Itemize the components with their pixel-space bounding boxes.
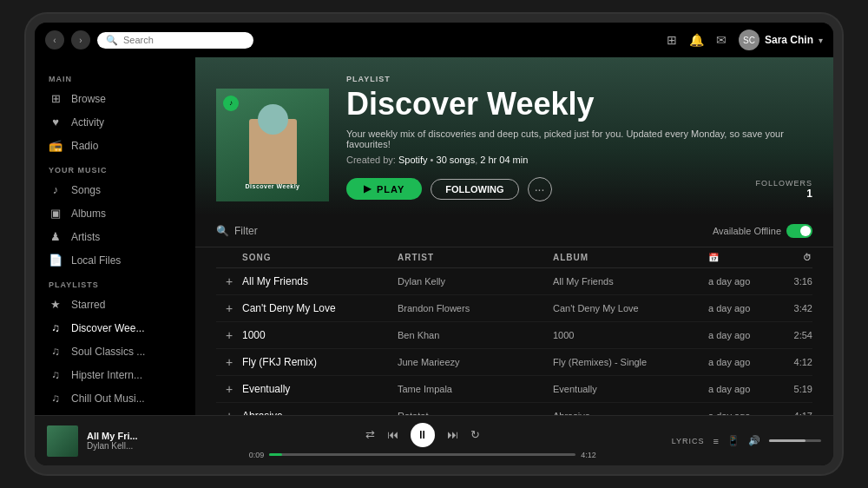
local-files-icon: 📄 (49, 254, 62, 267)
track-artist: Brandon Flowers (398, 303, 553, 313)
your-music-section-label: YOUR MUSIC (35, 157, 195, 178)
now-playing-right-controls: LYRICS ≡ 📱 🔊 (672, 435, 821, 446)
track-name: Eventually (242, 383, 398, 395)
sidebar-item-browse[interactable]: ⊞ Browse (35, 87, 195, 110)
playlist-duration: 2 hr 04 min (480, 155, 528, 165)
bell-icon[interactable]: 🔔 (689, 33, 704, 47)
track-table-header: SONG ARTIST ALBUM 📅 ⏱ (216, 247, 812, 268)
sidebar-item-albums[interactable]: ▣ Albums (35, 201, 195, 225)
track-date: a day ago (708, 303, 778, 313)
sidebar-item-hipster[interactable]: ♫ Hipster Intern... (35, 363, 195, 386)
track-duration: 2:54 (778, 330, 812, 340)
followers-count: 1 (755, 188, 812, 200)
forward-button[interactable]: › (71, 30, 90, 49)
playlist-song-count: 30 songs (437, 155, 476, 165)
search-bar[interactable]: 🔍 (97, 32, 253, 49)
volume-icon[interactable]: 🔊 (748, 435, 760, 446)
lyrics-button[interactable]: LYRICS (672, 437, 705, 445)
spotify-logo: ♪ (223, 96, 239, 111)
sidebar-browse-label: Browse (71, 93, 181, 105)
track-row[interactable]: + 1000 Ben Khan 1000 a day ago 2:54 (216, 322, 812, 349)
track-album: All My Friends (553, 276, 708, 287)
sidebar-item-activity[interactable]: ♥ Activity (35, 110, 195, 134)
track-row[interactable]: + Abrasive Ratatat Abrasive a day ago 4:… (216, 403, 812, 415)
sidebar-songs-label: Songs (71, 184, 181, 196)
sidebar-item-radio[interactable]: 📻 Radio (35, 134, 195, 157)
sidebar-item-chill-out[interactable]: ♫ Chill Out Musi... (35, 386, 195, 410)
playlists-section-label: PLAYLISTS (35, 272, 195, 293)
track-name: Can't Deny My Love (242, 302, 398, 314)
main-content: MAIN ⊞ Browse ♥ Activity 📻 Radio YOUR MU… (35, 57, 833, 415)
track-album: Eventually (553, 384, 708, 394)
now-playing-bar: All My Fri... Dylan Kell... ⇄ ⏮ ⏸ ⏭ ↻ 0:… (35, 415, 833, 465)
search-input[interactable] (123, 35, 236, 45)
playlist-description: Your weekly mix of discoveries and deep … (346, 129, 812, 149)
sidebar-item-songs[interactable]: ♪ Songs (35, 178, 195, 201)
track-row[interactable]: + Eventually Tame Impala Eventually a da… (216, 376, 812, 403)
sidebar-chill-out-label: Chill Out Musi... (71, 392, 181, 405)
dropdown-chevron-icon: ▾ (819, 36, 823, 45)
devices-icon[interactable]: 📱 (727, 435, 740, 446)
now-playing-artist: Dylan Kell... (87, 441, 174, 451)
filter-box: 🔍 Filter (216, 225, 258, 237)
playlist-meta: PLAYLIST Discover Weekly Your weekly mix… (346, 75, 812, 201)
total-time: 4:12 (581, 451, 596, 459)
track-add-icon[interactable]: + (216, 382, 242, 396)
track-duration: 5:19 (778, 384, 812, 394)
more-options-button[interactable]: ··· (528, 177, 552, 201)
track-row[interactable]: + Fly (FKJ Remix) June Marieezy Fly (Rem… (216, 349, 812, 376)
track-album: 1000 (553, 330, 708, 340)
track-artist: Dylan Kelly (398, 276, 553, 287)
track-name: All My Friends (242, 275, 398, 287)
track-table: SONG ARTIST ALBUM 📅 ⏱ + All My Friends D… (195, 247, 833, 415)
sidebar-item-discover-weekly[interactable]: ♫ Discover Wee... (35, 316, 195, 340)
previous-button[interactable]: ⏮ (387, 428, 398, 441)
sidebar-item-local-files[interactable]: 📄 Local Files (35, 248, 195, 272)
pause-button[interactable]: ⏸ (411, 423, 435, 447)
col-song-header: SONG (242, 253, 398, 262)
next-button[interactable]: ⏭ (447, 428, 458, 441)
track-artist: June Marieezy (398, 357, 553, 367)
offline-toggle: Available Offline (713, 224, 812, 238)
playlist-type: PLAYLIST (346, 75, 812, 83)
track-row[interactable]: + All My Friends Dylan Kelly All My Frie… (216, 268, 812, 295)
sidebar: MAIN ⊞ Browse ♥ Activity 📻 Radio YOUR MU… (35, 57, 195, 415)
grid-icon[interactable]: ⊞ (667, 33, 677, 47)
track-add-icon[interactable]: + (216, 409, 242, 415)
available-offline-toggle[interactable] (786, 224, 812, 238)
playback-buttons: ⇄ ⏮ ⏸ ⏭ ↻ (365, 423, 480, 447)
progress-bar[interactable] (269, 453, 575, 456)
track-row[interactable]: + Can't Deny My Love Brandon Flowers Can… (216, 295, 812, 322)
sidebar-starred-label: Starred (71, 299, 181, 311)
playlist-cover: Discover Weekly ♪ (216, 89, 329, 201)
back-button[interactable]: ‹ (45, 30, 64, 49)
play-button[interactable]: ▶ PLAY (346, 178, 422, 200)
avatar: SC (739, 30, 760, 50)
filter-label: Filter (234, 225, 258, 237)
content-area: Discover Weekly ♪ PLAYLIST Discover Week… (195, 57, 833, 415)
track-duration: 3:16 (778, 276, 812, 287)
sidebar-item-soul-classics[interactable]: ♫ Soul Classics ... (35, 340, 195, 363)
artists-icon: ♟ (49, 230, 62, 243)
cover-discover-weekly-text: Discover Weekly (216, 183, 329, 189)
inbox-icon[interactable]: ✉ (716, 33, 727, 47)
volume-bar[interactable] (769, 439, 821, 442)
sidebar-item-artists[interactable]: ♟ Artists (35, 225, 195, 248)
track-add-icon[interactable]: + (216, 328, 242, 342)
repeat-button[interactable]: ↻ (470, 428, 480, 441)
queue-icon[interactable]: ≡ (713, 436, 719, 446)
shuffle-button[interactable]: ⇄ (365, 428, 375, 441)
track-add-icon[interactable]: + (216, 274, 242, 288)
user-menu[interactable]: SC Sara Chin ▾ (739, 30, 823, 50)
albums-icon: ▣ (49, 207, 62, 220)
sidebar-item-starred[interactable]: ★ Starred (35, 293, 195, 316)
play-icon: ▶ (364, 183, 372, 195)
col-album-header: ALBUM (553, 253, 708, 262)
top-right-controls: ⊞ 🔔 ✉ SC Sara Chin ▾ (667, 30, 823, 50)
following-button[interactable]: FOLLOWING (431, 179, 518, 200)
track-add-icon[interactable]: + (216, 355, 242, 369)
track-album: Can't Deny My Love (553, 303, 708, 313)
track-date: a day ago (708, 276, 778, 287)
track-date: a day ago (708, 357, 778, 367)
track-add-icon[interactable]: + (216, 301, 242, 315)
